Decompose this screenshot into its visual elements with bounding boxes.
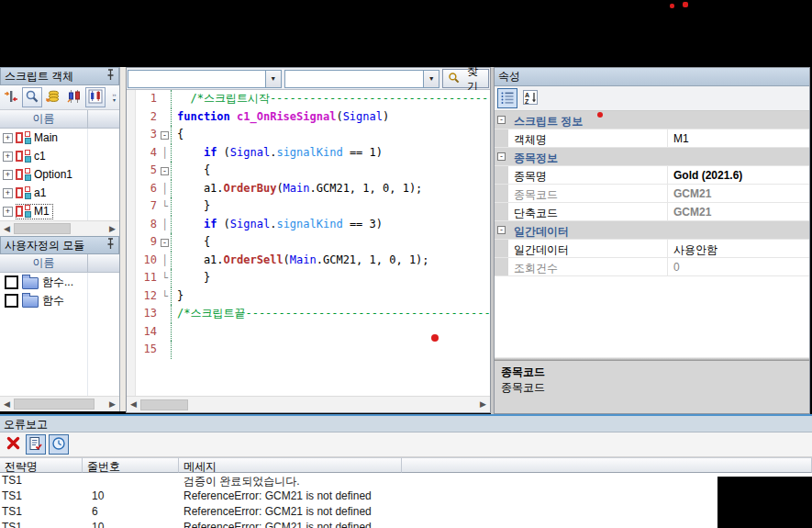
tree-item[interactable]: +M1 xyxy=(0,202,119,220)
tree-item[interactable]: +Main xyxy=(0,129,119,147)
checkbox[interactable] xyxy=(5,294,18,308)
collapse-icon[interactable]: - xyxy=(497,116,506,124)
expand-icon[interactable]: + xyxy=(3,207,13,217)
validate-button[interactable] xyxy=(26,434,46,455)
modules-column-header[interactable]: 이름 xyxy=(0,254,119,273)
error-row[interactable]: TS110ReferenceError: GCM21 is not define… xyxy=(0,489,812,504)
tree-item[interactable]: +c1 xyxy=(0,147,119,165)
name-column-header[interactable]: 이름 xyxy=(0,110,88,128)
module-item[interactable]: 함수 xyxy=(0,291,119,309)
breakpoint-margin xyxy=(127,90,136,396)
token: Main xyxy=(284,182,310,195)
collapse-icon[interactable]: - xyxy=(161,131,169,140)
collapse-icon[interactable]: - xyxy=(497,152,506,161)
error-column-header[interactable]: 전략명 xyxy=(0,457,83,473)
token: } xyxy=(177,199,210,212)
error-row[interactable]: TS16ReferenceError: GCM21 is not defined xyxy=(0,504,812,520)
scroll-thumb[interactable] xyxy=(14,399,95,410)
fold-marker[interactable]: - xyxy=(159,233,171,252)
property-value[interactable]: GCM21 xyxy=(667,185,809,202)
error-column-header[interactable]: 메세지 xyxy=(179,457,402,473)
property-category-row[interactable]: -종목정보 xyxy=(495,148,809,166)
property-value[interactable]: GCM21 xyxy=(667,203,809,220)
objects-column-header[interactable]: 이름 xyxy=(0,110,119,129)
property-name: 조회건수 xyxy=(508,258,667,275)
collapse-icon[interactable]: - xyxy=(161,239,169,247)
event-combo-value[interactable] xyxy=(285,71,424,87)
error-row[interactable]: TS110ReferenceError: GCM21 is not define… xyxy=(0,520,812,528)
expand-icon[interactable]: + xyxy=(3,133,13,143)
token: } xyxy=(177,289,184,302)
code-line: 2function c1_OnRiseSignal(Signal) xyxy=(127,108,490,127)
scroll-left-icon[interactable]: ◀ xyxy=(127,398,140,411)
code-editor[interactable]: 1 /*스크립트시작------------------------------… xyxy=(127,90,490,396)
scroll-thumb[interactable] xyxy=(140,399,188,410)
token: == 1) xyxy=(343,146,383,159)
scroll-left-icon[interactable]: ◀ xyxy=(0,398,14,411)
collapse-icon[interactable]: - xyxy=(497,226,506,234)
scroll-right-icon[interactable]: ▶ xyxy=(106,398,119,411)
toolbar-overflow-icon[interactable]: ››▾ xyxy=(109,85,119,108)
event-combo[interactable]: ▼ xyxy=(284,70,440,88)
property-value[interactable]: Gold (2021.6) xyxy=(667,166,809,184)
tree-item[interactable]: +Option1 xyxy=(0,165,119,184)
token: { xyxy=(177,235,210,248)
expand-icon[interactable]: + xyxy=(3,188,13,198)
pin-icon[interactable] xyxy=(106,69,115,84)
history-clock-button[interactable] xyxy=(49,434,69,455)
magnifier-button[interactable] xyxy=(22,87,42,107)
property-value[interactable]: 0 xyxy=(667,258,809,275)
code-text: /*스크립트끝---------------------------------… xyxy=(171,305,490,323)
name-column-header[interactable]: 이름 xyxy=(0,254,88,272)
object-combo[interactable]: ▼ xyxy=(128,70,282,88)
property-row[interactable]: 종목코드GCM21 xyxy=(495,185,809,203)
candlestick-window-button[interactable] xyxy=(85,87,106,107)
scroll-right-icon[interactable]: ▶ xyxy=(476,398,490,411)
object-combo-value[interactable] xyxy=(128,71,265,87)
categorized-button[interactable] xyxy=(497,88,517,108)
scroll-thumb[interactable] xyxy=(14,223,71,234)
checkbox[interactable] xyxy=(5,275,18,289)
fold-marker[interactable]: - xyxy=(159,162,171,180)
fold-marker xyxy=(159,305,171,323)
pin-icon[interactable] xyxy=(106,238,115,253)
collapse-icon[interactable]: - xyxy=(161,167,169,175)
scroll-right-icon[interactable]: ▶ xyxy=(106,222,119,236)
error-column-header[interactable]: 줄번호 xyxy=(83,457,179,473)
expand-icon[interactable]: + xyxy=(3,152,13,162)
magnifier-icon xyxy=(25,89,39,107)
property-row[interactable]: 종목명Gold (2021.6) xyxy=(495,166,809,185)
property-row[interactable]: 단축코드GCM21 xyxy=(495,203,809,221)
find-button[interactable]: 찾기 xyxy=(442,69,489,88)
delete-button[interactable] xyxy=(3,434,23,455)
chevron-down-icon[interactable]: ▼ xyxy=(265,71,281,87)
objects-hscrollbar: ◀ ▶ xyxy=(0,220,119,236)
property-value[interactable]: 사용안함 xyxy=(667,240,809,257)
tree-item-content: Option1 xyxy=(16,167,76,183)
property-row[interactable]: 일간데이터사용안함 xyxy=(495,240,809,258)
property-value[interactable]: M1 xyxy=(667,129,809,147)
property-category-row[interactable]: -일간데이터 xyxy=(495,221,809,240)
script-objects-titlebar: 스크립트 객체 xyxy=(0,67,119,85)
expand-icon[interactable]: + xyxy=(3,170,13,180)
error-row[interactable]: TS1검증이 완료되었습니다. xyxy=(0,473,812,489)
link-bar-button[interactable] xyxy=(1,87,21,107)
property-row[interactable]: 조회건수0 xyxy=(495,258,809,276)
property-row[interactable]: 객체명M1 xyxy=(495,129,809,148)
fold-marker[interactable]: - xyxy=(159,126,171,144)
candlestick-button[interactable] xyxy=(64,87,84,107)
strategy-module-icon xyxy=(16,205,31,219)
property-name: 객체명 xyxy=(508,129,667,147)
token: /*스크립트시작--------------------------------… xyxy=(177,92,490,105)
scroll-left-icon[interactable]: ◀ xyxy=(0,222,14,236)
module-item[interactable]: 함수... xyxy=(0,273,119,291)
tree-item[interactable]: +a1 xyxy=(0,184,119,202)
row-margin xyxy=(495,129,508,147)
property-grid: -스크립트 정보객체명M1-종목정보종목명Gold (2021.6)종목코드GC… xyxy=(495,111,809,276)
coins-button[interactable] xyxy=(43,87,63,107)
chevron-down-icon[interactable]: ▼ xyxy=(423,71,439,87)
alphabetical-button[interactable]: AZ xyxy=(520,88,540,108)
property-category-row[interactable]: -스크립트 정보 xyxy=(495,111,809,129)
code-text: function c1_OnRiseSignal(Signal) xyxy=(171,108,490,127)
fold-marker: │ xyxy=(159,180,171,198)
